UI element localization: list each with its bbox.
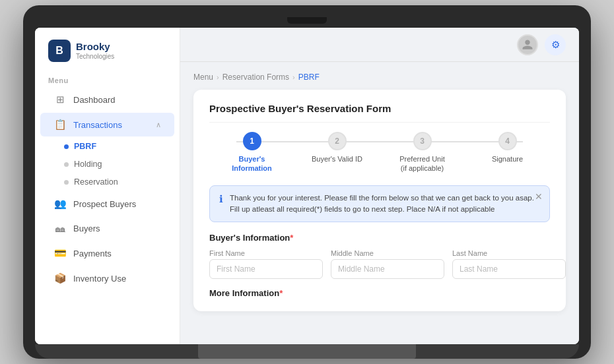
close-banner-button[interactable]: ✕ xyxy=(535,191,543,202)
first-name-group: First Name xyxy=(209,249,323,279)
laptop-base-inner xyxy=(198,344,416,359)
sidebar-submenu: PBRF Holding Reservation xyxy=(35,137,180,191)
inventory-icon: 📦 xyxy=(53,272,67,284)
breadcrumb-reservation-forms[interactable]: Reservation Forms xyxy=(222,73,289,82)
buyers-icon: 🏘 xyxy=(53,223,67,234)
step-label-2: Buyer's Valid ID xyxy=(312,154,362,164)
sidebar-item-label: Payments xyxy=(73,249,161,258)
required-marker: * xyxy=(290,233,293,243)
step-label-3: Preferred Unit (if applicable) xyxy=(396,154,449,173)
app-shell: B Brooky Technologies Menu ⊞ Dashboard 📋… xyxy=(35,28,579,344)
first-name-label: First Name xyxy=(209,249,323,257)
steps-row: 1 Buyer's Information 2 Buyer's Valid ID… xyxy=(209,132,550,173)
sidebar-item-dashboard[interactable]: ⊞ Dashboard xyxy=(40,88,174,111)
buyers-info-section-label: Buyer's Information* xyxy=(209,233,550,243)
sub-item-label: Holding xyxy=(74,160,102,169)
active-dot-icon xyxy=(64,144,69,149)
step-1: 1 Buyer's Information xyxy=(209,132,294,173)
step-circle-1: 1 xyxy=(243,132,261,150)
step-circle-4: 4 xyxy=(498,132,517,150)
sidebar-sub-item-holding[interactable]: Holding xyxy=(48,156,174,173)
logo-sub: Technologies xyxy=(76,53,114,60)
logo-icon: B xyxy=(48,40,71,62)
sub-item-label: PBRF xyxy=(74,142,96,151)
sidebar-item-label: Dashboard xyxy=(73,95,161,105)
form-title: Prospective Buyer's Reservation Form xyxy=(209,103,550,123)
transactions-icon: 📋 xyxy=(53,119,67,131)
laptop-base xyxy=(35,344,579,359)
middle-name-label: Middle Name xyxy=(331,249,444,257)
info-icon: ℹ xyxy=(219,193,223,205)
sidebar-item-buyers[interactable]: 🏘 Buyers xyxy=(40,217,174,240)
breadcrumb-menu[interactable]: Menu xyxy=(193,73,213,82)
step-label-4: Signature xyxy=(492,154,523,164)
step-4: 4 Signature xyxy=(465,132,550,164)
breadcrumb: Menu › Reservation Forms › PBRF xyxy=(193,73,566,82)
chevron-up-icon: ∧ xyxy=(156,121,161,129)
breadcrumb-sep-2: › xyxy=(292,73,295,81)
sub-item-label: Reservation xyxy=(74,177,118,187)
main-area: ⚙ Menu › Reservation Forms › PBRF Prospe… xyxy=(180,28,579,344)
sidebar-item-payments[interactable]: 💳 Payments xyxy=(40,241,174,265)
sidebar-item-label: Transactions xyxy=(73,120,149,130)
sidebar-section-label: Menu xyxy=(35,71,180,87)
step-circle-2: 2 xyxy=(328,132,347,150)
more-info-section-label: More Information* xyxy=(209,288,550,298)
step-label-1: Buyer's Information xyxy=(226,154,279,173)
topbar: ⚙ xyxy=(180,28,579,62)
buyers-info-form-row: First Name Middle Name Last Name xyxy=(209,249,550,279)
avatar[interactable] xyxy=(517,34,538,55)
sidebar-item-label: Buyers xyxy=(73,224,161,233)
sidebar-item-prospect-buyers[interactable]: 👥 Prospect Buyers xyxy=(40,192,174,216)
dot-icon xyxy=(64,162,69,167)
step-2: 2 Buyer's Valid ID xyxy=(294,132,380,164)
laptop-shell: B Brooky Technologies Menu ⊞ Dashboard 📋… xyxy=(23,5,591,359)
info-banner: ℹ Thank you for your interest. Please fi… xyxy=(209,185,550,223)
dot-icon xyxy=(64,180,69,185)
info-banner-text: Thank you for your interest. Please fill… xyxy=(230,193,540,216)
payments-icon: 💳 xyxy=(53,247,67,259)
gear-icon: ⚙ xyxy=(551,39,560,51)
sidebar: B Brooky Technologies Menu ⊞ Dashboard 📋… xyxy=(35,28,180,344)
step-3: 3 Preferred Unit (if applicable) xyxy=(380,132,465,173)
laptop-notch xyxy=(287,17,327,24)
last-name-group: Last Name xyxy=(452,249,566,279)
step-circle-3: 3 xyxy=(413,132,432,150)
middle-name-input[interactable] xyxy=(331,259,444,279)
required-marker-2: * xyxy=(279,288,283,298)
form-card: Prospective Buyer's Reservation Form 1 B… xyxy=(193,90,566,311)
last-name-input[interactable] xyxy=(452,259,566,279)
sidebar-item-transactions[interactable]: 📋 Transactions ∧ xyxy=(40,113,174,136)
breadcrumb-pbrf[interactable]: PBRF xyxy=(298,73,320,82)
sidebar-item-label: Inventory Use xyxy=(73,274,161,284)
dashboard-icon: ⊞ xyxy=(53,94,67,106)
sidebar-logo: B Brooky Technologies xyxy=(35,28,180,71)
prospect-buyers-icon: 👥 xyxy=(53,198,67,210)
logo-name: Brooky xyxy=(76,42,114,53)
breadcrumb-sep-1: › xyxy=(217,73,219,81)
sidebar-sub-item-pbrf[interactable]: PBRF xyxy=(48,138,174,155)
last-name-label: Last Name xyxy=(452,249,566,257)
settings-button[interactable]: ⚙ xyxy=(545,34,566,55)
content-area: Menu › Reservation Forms › PBRF Prospect… xyxy=(180,62,579,344)
sidebar-sub-item-reservation[interactable]: Reservation xyxy=(48,173,174,191)
first-name-input[interactable] xyxy=(209,259,323,279)
sidebar-item-inventory[interactable]: 📦 Inventory Use xyxy=(40,266,174,290)
logo-text: Brooky Technologies xyxy=(76,42,114,60)
laptop-screen: B Brooky Technologies Menu ⊞ Dashboard 📋… xyxy=(35,28,579,344)
middle-name-group: Middle Name xyxy=(331,249,444,279)
sidebar-item-label: Prospect Buyers xyxy=(73,199,161,209)
